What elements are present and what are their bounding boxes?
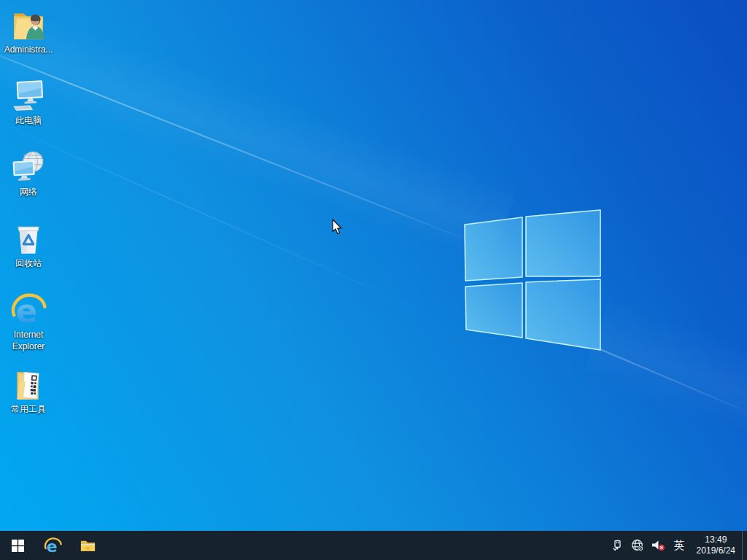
windows-start-icon [12, 540, 24, 552]
start-button[interactable] [0, 531, 35, 560]
desktop-wallpaper[interactable] [0, 0, 747, 560]
windows-logo-pane [465, 217, 522, 281]
desktop-icon-label: 此电脑 [15, 115, 42, 127]
desktop-icon-administrator[interactable]: Administra... [1, 7, 56, 56]
folder-icon [80, 537, 96, 554]
windows-logo-pane [526, 210, 600, 276]
usb-device-icon [611, 540, 624, 552]
clock-date: 2019/6/24 [697, 545, 735, 556]
windows-logo [460, 207, 605, 357]
taskbar-clock[interactable]: 13:49 2019/6/24 [690, 531, 742, 560]
desktop-icon-common-tools[interactable]: 常用工具 [1, 366, 56, 416]
tools-folder-icon [10, 366, 47, 402]
screen: Administra... 此电脑 [0, 0, 747, 560]
taskbar-file-explorer-button[interactable] [70, 531, 105, 560]
desktop-icon-network[interactable]: 网络 [1, 149, 56, 198]
network-tray-button[interactable] [627, 531, 648, 560]
taskbar: e [0, 531, 747, 560]
taskbar-internet-explorer-button[interactable]: e [35, 531, 70, 560]
desktop-icon-this-pc[interactable]: 此电脑 [1, 77, 56, 127]
clock-time: 13:49 [705, 534, 727, 545]
desktop-icon-recycle-bin[interactable]: 回收站 [1, 220, 56, 270]
light-ray [0, 38, 479, 245]
light-ray [0, 109, 451, 324]
language-indicator[interactable]: 英 [669, 539, 690, 553]
ie-icon: e [10, 292, 47, 328]
network-globe-icon [10, 149, 47, 185]
desktop-icon-label: 回收站 [15, 258, 42, 270]
ie-icon: e [44, 537, 62, 555]
desktop-icon-label: Internet Explorer [1, 330, 56, 352]
volume-tray-button[interactable] [648, 531, 669, 560]
computer-icon [10, 77, 47, 114]
recycle-bin-icon [10, 220, 47, 257]
usb-device-tray-button[interactable] [608, 531, 627, 560]
light-ray [581, 295, 747, 442]
windows-logo-pane [465, 283, 522, 338]
windows-logo-pane [526, 279, 600, 350]
show-desktop-button[interactable] [742, 531, 747, 560]
desktop-icon-label: 常用工具 [11, 404, 46, 416]
volume-muted-icon [651, 540, 665, 552]
system-tray: 英 13:49 2019/6/24 [608, 531, 747, 560]
light-ray [0, 0, 519, 268]
network-globe-icon [631, 539, 644, 552]
user-folder-icon [10, 7, 47, 43]
light-ray [597, 347, 747, 420]
desktop-icon-label: 网络 [20, 187, 37, 198]
desktop-icon-label: Administra... [4, 44, 53, 56]
desktop-icon-internet-explorer[interactable]: e Internet Explorer [1, 292, 56, 352]
